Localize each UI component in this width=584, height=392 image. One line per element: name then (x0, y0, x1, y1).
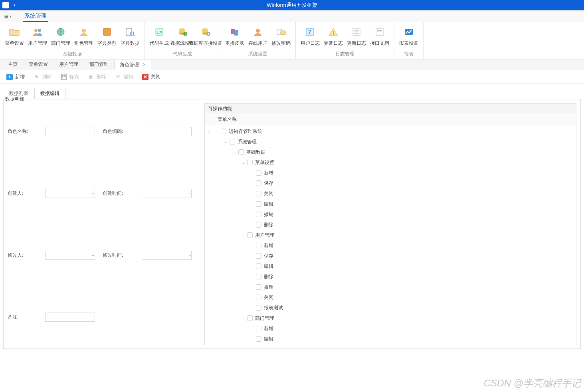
tree-node[interactable]: 关闭 (205, 188, 576, 199)
tree-node[interactable]: 新增 (205, 323, 576, 334)
ribbon-button-db-gear[interactable]: 数据库连接设置 (195, 25, 216, 50)
tree-checkbox[interactable] (221, 129, 226, 134)
tree-node-label: 新增 (264, 170, 273, 176)
ribbon-button-log-update[interactable]: 更新日志 (346, 25, 367, 50)
input-role-code[interactable] (142, 127, 192, 136)
ribbon-button-label: 用户管理 (28, 40, 47, 47)
expand-icon[interactable]: ⌄ (241, 160, 246, 164)
input-creator[interactable] (45, 189, 95, 198)
pwd-icon (275, 26, 287, 38)
tree-node[interactable]: ⌄系统管理 (205, 137, 576, 147)
window-title: Winform通用开发框架 (267, 2, 317, 9)
expand-icon[interactable]: ⌄ (223, 140, 229, 144)
tree-node[interactable]: ⌄菜单设置 (205, 157, 576, 168)
tree-checkbox[interactable] (256, 253, 261, 259)
tree-node[interactable]: ⌄部门管理 (205, 313, 576, 323)
tree-node-label: 撤销 (264, 284, 273, 291)
tree-node[interactable]: 删除 (205, 271, 576, 282)
ribbon-button-log-warn[interactable]: !异常日志 (323, 25, 344, 50)
input-remark[interactable] (45, 313, 95, 322)
tree-node[interactable]: ▷⌄进销存管理系统 (205, 126, 576, 137)
expand-icon[interactable]: ⌄ (241, 316, 246, 320)
tree-checkbox[interactable] (238, 149, 244, 155)
tree-node[interactable]: 保存 (205, 251, 576, 261)
log-update-icon (351, 26, 362, 38)
tree-checkbox[interactable] (256, 263, 261, 269)
tree-node[interactable]: 新增 (205, 240, 576, 251)
ribbon-button-chart[interactable]: 报表设置 (398, 25, 419, 50)
document-tab-label: 主页 (8, 61, 18, 67)
tree-checkbox[interactable] (256, 326, 261, 331)
tree-checkbox[interactable] (256, 191, 261, 196)
ribbon-button-api-doc[interactable]: 接口文档 (369, 25, 390, 50)
tree-checkbox[interactable] (256, 336, 261, 342)
file-menu-button[interactable]: ≣▾ (3, 13, 12, 22)
tree-node[interactable]: ⌄基础数据 (205, 147, 576, 157)
app-menu-icon[interactable]: ▾ (2, 2, 16, 8)
tree-node[interactable]: 编辑 (205, 334, 576, 344)
book-icon (101, 26, 113, 38)
tree-node[interactable]: 撤销 (205, 282, 576, 292)
tree-checkbox[interactable] (256, 212, 261, 217)
tree-checkbox[interactable] (256, 305, 261, 311)
tree-checkbox[interactable] (247, 232, 253, 238)
toolbar-close-button[interactable]: ✕关闭 (138, 71, 164, 82)
ribbon-button-csharp[interactable]: C#代码生成 (149, 25, 170, 50)
document-tab[interactable]: 菜单设置 (23, 59, 53, 70)
tree-checkbox[interactable] (256, 180, 261, 186)
tree-node[interactable]: 编辑 (205, 261, 576, 271)
ribbon-button-users[interactable]: 用户管理 (27, 25, 48, 50)
tree-checkbox[interactable] (256, 284, 261, 290)
input-modifier[interactable] (45, 251, 95, 260)
permission-column-menu-name[interactable]: 菜单名称 (214, 114, 576, 125)
ribbon-button-log-user[interactable]: ?用户日志 (300, 25, 321, 50)
ribbon-group: 报表设置报表 (394, 22, 424, 59)
tree-checkbox[interactable] (256, 222, 261, 228)
document-tab[interactable]: 角色管理× (114, 59, 151, 70)
expand-icon[interactable]: ⌄ (214, 129, 220, 133)
tree-node[interactable]: 删除 (205, 220, 576, 230)
expand-icon[interactable]: ⌄ (241, 233, 246, 237)
tree-node[interactable]: 撤销 (205, 209, 576, 220)
tree-node[interactable]: 报表测试 (205, 303, 576, 313)
ribbon-group: 更换皮肤在线用户修改密码系统设置 (220, 22, 296, 59)
ribbon-button-skin[interactable]: 更换皮肤 (224, 25, 245, 50)
expand-icon[interactable]: ⌄ (232, 150, 238, 154)
label-modify-time: 修改时间: (103, 252, 136, 259)
tree-node[interactable]: 保存 (205, 178, 576, 188)
input-role-name[interactable] (45, 127, 95, 136)
ribbon-tab-system-management[interactable]: 系统管理 (23, 11, 48, 22)
input-modify-time[interactable] (142, 251, 192, 260)
svg-text:C#: C# (156, 30, 162, 35)
ribbon-button-pwd[interactable]: 修改密码 (271, 25, 291, 50)
tree-checkbox[interactable] (230, 139, 235, 145)
ribbon-button-role[interactable]: 角色管理 (73, 25, 94, 50)
input-create-time[interactable] (142, 189, 192, 198)
tree-node-label: 保存 (264, 180, 273, 187)
document-tab[interactable]: 主页 (2, 59, 23, 70)
tree-node[interactable]: ⌄用户管理 (205, 230, 576, 240)
tree-checkbox[interactable] (256, 295, 261, 300)
document-tab[interactable]: 用户管理 (53, 59, 84, 70)
close-tab-icon[interactable]: × (143, 62, 146, 67)
row-selector-gutter (205, 114, 214, 125)
document-tab[interactable]: 部门管理 (84, 59, 114, 70)
ribbon: 菜单设置用户管理部门管理角色管理字典类型字典数据基础数据C#代码生成+数据源设置… (0, 22, 584, 59)
inner-tab[interactable]: 数据编辑 (34, 88, 65, 99)
tree-checkbox[interactable] (247, 315, 253, 321)
ribbon-button-search-doc[interactable]: 字典数据 (120, 25, 141, 50)
tree-checkbox[interactable] (256, 170, 261, 176)
ribbon-button-folder[interactable]: 菜单设置 (4, 25, 25, 50)
ribbon-button-online-user[interactable]: 在线用户 (247, 25, 268, 50)
permission-tree[interactable]: ▷⌄进销存管理系统⌄系统管理⌄基础数据⌄菜单设置新增保存关闭编辑撤销删除⌄用户管… (205, 125, 576, 345)
tree-node[interactable]: 编辑 (205, 199, 576, 209)
tree-checkbox[interactable] (256, 274, 261, 279)
ribbon-button-book[interactable]: 字典类型 (97, 25, 117, 50)
toolbar-add-button[interactable]: ＋新增 (2, 71, 29, 82)
tree-checkbox[interactable] (247, 160, 253, 165)
tree-node[interactable]: 关闭 (205, 292, 576, 303)
tree-checkbox[interactable] (256, 201, 261, 207)
tree-node[interactable]: 新增 (205, 168, 576, 178)
ribbon-button-globe[interactable]: 部门管理 (50, 25, 71, 50)
tree-checkbox[interactable] (256, 243, 261, 248)
